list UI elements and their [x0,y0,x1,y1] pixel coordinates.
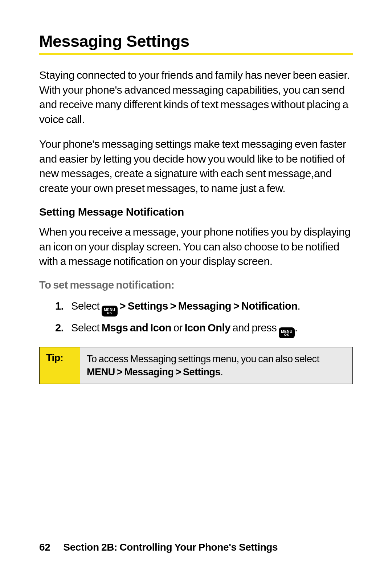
page-title: Messaging Settings [39,32,353,55]
option-msgs-icon: Msgs and Icon [102,322,171,334]
step-text: and press [230,322,279,334]
period: . [220,367,223,377]
step-1: 1. Select MENUOK > Settings > Messaging … [55,298,353,317]
page-number: 62 [39,542,50,553]
period: . [295,322,298,334]
step-number: 2. [55,320,71,338]
step-body: Select MENUOK > Settings > Messaging > N… [71,298,353,317]
tip-body: To access Messaging settings menu, you c… [80,347,352,384]
intro-paragraph-2: Your phone's messaging settings make tex… [39,137,353,196]
menu-ok-key-icon: MENUOK [102,306,118,317]
tip-label: Tip: [40,347,80,384]
step-text: or [171,322,184,334]
step-text: Select [71,322,102,334]
tip-path: > Messaging > Settings [115,367,220,377]
menu-path: > Settings > Messaging > Notification [118,300,298,312]
step-text: Select [71,300,102,312]
steps-list: 1. Select MENUOK > Settings > Messaging … [39,298,353,338]
tip-box: Tip: To access Messaging settings menu, … [39,347,353,384]
step-number: 1. [55,298,71,317]
step-2: 2. Select Msgs and Icon or Icon Only and… [55,320,353,338]
page-footer: 62Section 2B: Controlling Your Phone's S… [39,542,278,553]
tip-text: To access Messaging settings menu, you c… [87,354,319,364]
period: . [298,300,301,312]
manual-page: Messaging Settings Staying connected to … [0,0,392,588]
tip-menu-word: MENU [87,367,115,377]
intro-paragraph-1: Staying connected to your friends and fa… [39,68,353,127]
lead-in-text: To set message notification: [39,279,353,291]
notification-paragraph: When you receive a message, your phone n… [39,225,353,269]
subheading-notification: Setting Message Notification [39,206,353,218]
section-label: Section 2B: Controlling Your Phone's Set… [63,542,278,553]
option-icon-only: Icon Only [184,322,230,334]
step-body: Select Msgs and Icon or Icon Only and pr… [71,320,353,338]
menu-ok-key-icon: MENUOK [279,327,295,338]
